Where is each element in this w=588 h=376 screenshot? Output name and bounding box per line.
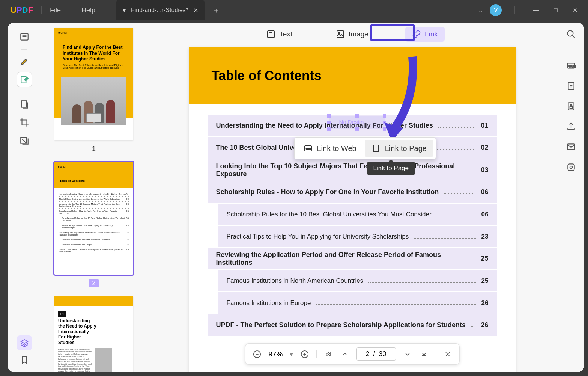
- page-header-band: Table of Contents: [189, 47, 516, 104]
- svg-text:URL: URL: [306, 147, 312, 151]
- title-right: ⌄ V — □ ✕: [476, 4, 588, 17]
- thumbnail-panel[interactable]: ■ UPDF Find and Apply For the Best Insti…: [41, 23, 146, 372]
- svg-rect-9: [570, 106, 573, 108]
- thumbnail-label: 1: [49, 145, 139, 153]
- menu-help[interactable]: Help: [81, 6, 95, 14]
- thumbnail-1[interactable]: ■ UPDF Find and Apply For the Best Insti…: [54, 28, 133, 140]
- last-page-button[interactable]: [419, 349, 429, 359]
- redact-icon[interactable]: [17, 133, 32, 148]
- protect-icon[interactable]: [566, 101, 576, 111]
- svg-rect-18: [373, 145, 379, 152]
- zoom-out-button[interactable]: [252, 349, 262, 359]
- close-pager-button[interactable]: [443, 349, 453, 359]
- edit-toolbar: Text Image Link: [146, 23, 558, 42]
- toc-row[interactable]: Famous Institutions in Europe26: [218, 292, 497, 314]
- toc-row[interactable]: Looking Into the Top 10 Subject Majors T…: [208, 159, 497, 181]
- toc-row[interactable]: Scholarship Rules - How to Apply For One…: [208, 181, 497, 203]
- close-icon[interactable]: ✕: [193, 7, 198, 14]
- page-input[interactable]: 2 / 30: [356, 347, 396, 361]
- pager: 97% ▾ 2 / 30: [245, 343, 459, 365]
- mail-icon[interactable]: [566, 142, 576, 152]
- svg-point-4: [567, 30, 573, 36]
- separator: [514, 6, 515, 14]
- first-page-button[interactable]: [323, 349, 333, 359]
- layers-icon[interactable]: [17, 335, 32, 350]
- bookmark-icon[interactable]: [20, 356, 29, 365]
- svg-point-12: [570, 166, 573, 169]
- link-to-page-button[interactable]: Link to Page: [365, 140, 433, 157]
- search-icon[interactable]: [566, 29, 576, 39]
- no-destination-label: No Destin: [339, 119, 364, 125]
- avatar[interactable]: V: [490, 4, 502, 16]
- workspace: OCR ■ UPDF Find and Apply For the Best I…: [8, 23, 584, 372]
- maximize-button[interactable]: □: [549, 4, 563, 17]
- chevron-down-icon[interactable]: ▾: [290, 350, 293, 358]
- svg-point-15: [338, 32, 340, 34]
- image-tool[interactable]: Image: [329, 27, 375, 42]
- menu-file[interactable]: File: [50, 6, 61, 14]
- convert-icon[interactable]: [566, 81, 576, 91]
- zoom-in-button[interactable]: [300, 349, 310, 359]
- separator: [41, 6, 42, 14]
- chevron-down-icon[interactable]: ⌄: [476, 5, 485, 16]
- link-to-web-button[interactable]: URLLink to Web: [297, 140, 363, 157]
- toc-row[interactable]: Reviewing the Application Period and Off…: [208, 248, 497, 269]
- titlebar: UPDF File Help ▾ Find-and-...r-Studies* …: [0, 0, 588, 20]
- prev-page-button[interactable]: [340, 349, 350, 359]
- toc-row[interactable]: Scholarship Rules for the 10 Best Global…: [218, 204, 497, 225]
- close-window-button[interactable]: ✕: [567, 4, 583, 17]
- text-tool[interactable]: Text: [260, 27, 299, 42]
- right-rail: OCR: [558, 23, 584, 372]
- reader-icon[interactable]: [17, 29, 32, 44]
- svg-rect-14: [337, 31, 344, 38]
- main-view: Text Image Link Table of Contents Unders…: [146, 23, 558, 372]
- tooltip: Link to Page: [367, 162, 415, 175]
- highlighter-icon[interactable]: [17, 54, 32, 69]
- zoom-level[interactable]: 97%: [268, 350, 283, 358]
- new-tab-button[interactable]: ＋: [212, 5, 220, 15]
- thumbnail-2[interactable]: ■ UPDFTable of Contents Understanding th…: [54, 162, 133, 275]
- crop-icon[interactable]: [17, 115, 32, 130]
- edit-icon[interactable]: [17, 72, 32, 87]
- toc-row[interactable]: Practical Tips to Help You in Applying f…: [218, 226, 497, 247]
- svg-rect-2: [21, 101, 26, 107]
- document-tab[interactable]: ▾ Find-and-...r-Studies* ✕: [116, 0, 205, 20]
- tab-dropdown-icon[interactable]: ▾: [123, 7, 126, 14]
- svg-text:OCR: OCR: [569, 64, 576, 68]
- toc-row[interactable]: UPDF - The Perfect Solution to Prepare S…: [208, 314, 497, 336]
- print-icon[interactable]: [566, 162, 576, 172]
- ocr-icon[interactable]: OCR: [566, 61, 576, 71]
- thumbnail-label: 2: [49, 279, 139, 287]
- pdf-page[interactable]: Table of Contents Understanding the Need…: [189, 47, 516, 372]
- link-popup: URLLink to Web Link to Page: [294, 137, 436, 159]
- thumbnail-3[interactable]: 01 Understanding the Need to Apply Inter…: [54, 296, 133, 372]
- minimize-button[interactable]: —: [528, 4, 544, 17]
- toc-row[interactable]: Famous Institutions in North American Co…: [218, 270, 497, 291]
- next-page-button[interactable]: [403, 349, 412, 359]
- svg-rect-11: [568, 164, 574, 170]
- app-logo: UPDF: [11, 5, 33, 15]
- link-tool[interactable]: Link: [405, 27, 445, 42]
- left-rail: [8, 23, 41, 372]
- pages-icon[interactable]: [17, 97, 32, 112]
- share-icon[interactable]: [566, 122, 576, 131]
- tab-title: Find-and-...r-Studies*: [131, 7, 188, 14]
